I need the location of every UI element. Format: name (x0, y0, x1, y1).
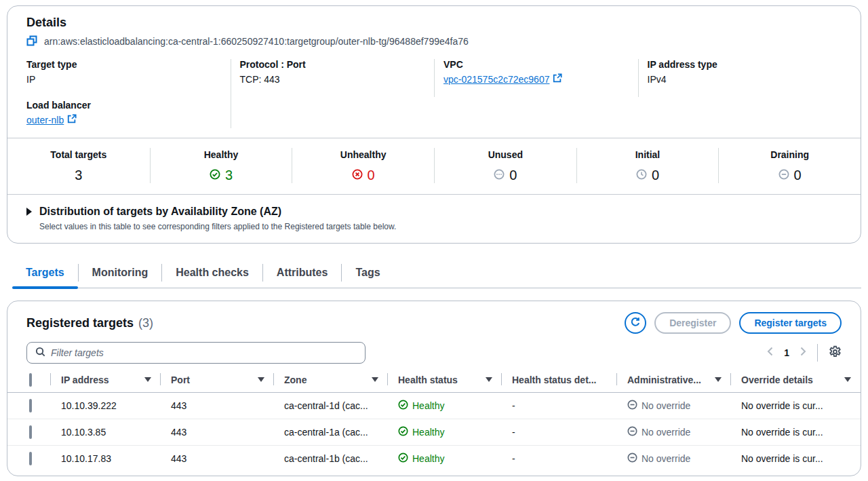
health-status-text: Healthy (412, 400, 444, 411)
table-bottom-spacer (7, 472, 861, 476)
az-distribution-expander[interactable]: Distribution of targets by Availability … (26, 204, 842, 219)
row-checkbox[interactable] (29, 425, 32, 439)
column-header-zone[interactable]: Zone (274, 372, 388, 392)
cell-zone: ca-central-1d (cac... (274, 392, 388, 419)
registered-targets-card: Registered targets (3) Deregister Regist… (7, 301, 861, 476)
minus-circle-icon (627, 426, 637, 438)
stat-label: Draining (719, 148, 861, 161)
registered-targets-header: Registered targets (3) Deregister Regist… (7, 301, 861, 334)
select-all-header[interactable] (7, 372, 51, 392)
registered-targets-actions: Deregister Register targets (625, 312, 842, 334)
column-header-administrative-override[interactable]: Administrative... (617, 372, 731, 392)
details-card: Details arn:aws:elasticloadbalancing:ca-… (7, 5, 861, 244)
previous-page-button[interactable] (767, 347, 773, 359)
page: Details arn:aws:elasticloadbalancing:ca-… (0, 0, 868, 476)
select-all-checkbox[interactable] (29, 373, 32, 387)
refresh-button[interactable] (625, 312, 646, 334)
cell-health-status: Healthy (388, 445, 502, 472)
stat-value: 3 (225, 168, 233, 183)
cell-ip-address: 10.10.17.83 (51, 445, 161, 472)
arn-row: arn:aws:elasticloadbalancing:ca-central-… (26, 35, 842, 48)
az-distribution-section: Distribution of targets by Availability … (7, 195, 861, 243)
registered-targets-toolbar: 1 (7, 334, 861, 364)
vpc-label: VPC (443, 58, 627, 71)
stat-unhealthy: Unhealthy 0 (292, 148, 434, 183)
details-grid: Target type IP Load balancer outer-nlb (26, 58, 842, 127)
table-row: 10.10.39.222 443 ca-central-1d (cac... H… (7, 392, 861, 419)
target-type-label: Target type (26, 58, 220, 71)
details-section: Details arn:aws:elasticloadbalancing:ca-… (7, 6, 861, 138)
tab-tags[interactable]: Tags (342, 261, 393, 288)
copy-arn-button[interactable] (26, 35, 37, 48)
tab-health-checks[interactable]: Health checks (162, 261, 262, 288)
stat-label: Unhealthy (292, 148, 434, 161)
stat-label: Healthy (151, 148, 292, 161)
external-link-icon (67, 114, 77, 126)
stat-value: 0 (509, 168, 517, 183)
filter-box (26, 342, 366, 364)
field-target-type: Target type IP (26, 58, 220, 86)
sort-icon (144, 377, 151, 382)
minus-circle-icon (627, 453, 637, 465)
field-ip-address-type: IP address type IPv4 (648, 58, 831, 86)
registered-targets-title: Registered targets (3) (26, 313, 153, 332)
cell-zone: ca-central-1a (cac... (274, 419, 388, 445)
current-page-number[interactable]: 1 (783, 347, 791, 358)
tab-attributes[interactable]: Attributes (263, 261, 342, 288)
deregister-button[interactable]: Deregister (654, 312, 731, 334)
registered-targets-count: (3) (138, 313, 153, 332)
column-label: Override details (741, 374, 813, 385)
column-header-port[interactable]: Port (161, 372, 274, 392)
cell-health-status-details: - (502, 392, 617, 419)
column-header-health-status[interactable]: Health status (388, 372, 502, 392)
health-status-text: Healthy (412, 453, 444, 464)
protocol-port-value: TCP: 443 (240, 73, 424, 86)
external-link-icon (553, 73, 562, 85)
pagination: 1 (767, 344, 842, 362)
filter-targets-input[interactable] (51, 347, 357, 358)
cell-override-details: No override is cur... (731, 392, 861, 419)
refresh-icon (630, 317, 641, 330)
cell-administrative-override: No override (617, 392, 731, 419)
cell-administrative-override: No override (617, 445, 731, 472)
gear-icon (829, 349, 842, 360)
x-circle-icon (352, 168, 363, 183)
cell-ip-address: 10.10.39.222 (51, 392, 161, 419)
register-targets-button[interactable]: Register targets (739, 312, 842, 334)
row-checkbox[interactable] (29, 399, 32, 412)
next-page-button[interactable] (800, 347, 806, 359)
sort-icon (372, 377, 378, 382)
sort-icon (258, 377, 264, 382)
tab-monitoring[interactable]: Monitoring (79, 261, 162, 288)
tabbar: Targets Monitoring Health checks Attribu… (12, 261, 861, 288)
stat-label: Total targets (7, 148, 150, 161)
target-group-arn: arn:aws:elasticloadbalancing:ca-central-… (44, 36, 469, 47)
column-label: Health status det... (512, 374, 596, 385)
stat-initial: Initial 0 (576, 148, 719, 183)
column-label: Port (171, 374, 190, 385)
cell-port: 443 (161, 419, 274, 445)
ip-address-type-value: IPv4 (648, 73, 831, 86)
cell-override-details: No override is cur... (731, 419, 861, 445)
target-type-value: IP (26, 73, 220, 86)
cell-health-status: Healthy (388, 419, 502, 445)
column-header-ip-address[interactable]: IP address (51, 372, 161, 392)
tab-targets[interactable]: Targets (12, 261, 78, 288)
stat-label: Unused (435, 148, 576, 161)
check-circle-icon (398, 453, 408, 465)
check-circle-icon (398, 426, 408, 438)
cell-port: 443 (161, 445, 274, 472)
column-header-override-details[interactable]: Override details (731, 372, 861, 392)
protocol-port-label: Protocol : Port (240, 58, 424, 71)
caret-right-icon (26, 208, 32, 216)
column-header-health-status-details[interactable]: Health status det... (502, 372, 617, 392)
column-label: Zone (284, 374, 307, 385)
registered-targets-table: IP address Port Zone Health status Healt… (7, 372, 861, 472)
vpc-link[interactable]: vpc-021575c2c72ec9607 (443, 73, 549, 86)
stat-draining: Draining 0 (718, 148, 861, 183)
sort-icon (486, 377, 492, 382)
row-checkbox[interactable] (29, 452, 32, 465)
table-row: 10.10.17.83 443 ca-central-1b (cac... He… (7, 445, 861, 472)
load-balancer-link[interactable]: outer-nlb (26, 113, 64, 127)
table-settings-button[interactable] (829, 345, 842, 361)
